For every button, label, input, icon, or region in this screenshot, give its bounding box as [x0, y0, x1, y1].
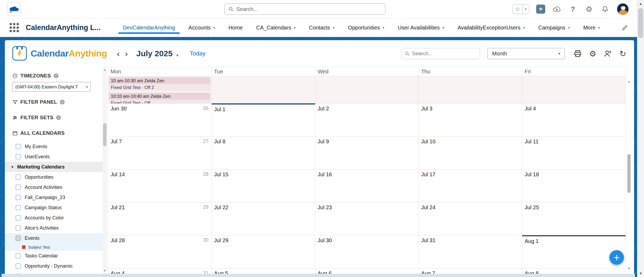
day-cell[interactable]: Jul 2830 [108, 235, 212, 268]
calendar-group-marketing-calendars[interactable]: ▾Marketing Calendars [5, 162, 106, 172]
day-cell[interactable]: Jul 16 [315, 169, 419, 202]
checkbox[interactable] [16, 185, 21, 190]
timezone-select[interactable]: (GMT-04:00) Eastern Daylight T ▾ [12, 82, 91, 92]
info-icon[interactable]: i [60, 100, 65, 104]
tab-opportunities[interactable]: Opportunities▾ [341, 18, 391, 37]
scroll-up-arrow-icon[interactable]: ▲ [637, 2, 644, 6]
day-cell[interactable]: Jun 3026 [108, 103, 212, 136]
caret-down-icon[interactable]: ▾ [10, 165, 14, 169]
notifications-bell-icon[interactable] [601, 5, 610, 14]
calendar-subitem-subject-test[interactable]: Subject Test [5, 243, 106, 251]
chevron-down-icon[interactable]: ▾ [294, 26, 296, 30]
print-icon[interactable] [573, 49, 583, 58]
calendar-item-opportunity-dynamic[interactable]: Opportunity - Dynamic [5, 261, 106, 271]
day-cell[interactable]: Jul 25 [522, 202, 626, 235]
day-cell[interactable]: Jul 1428 [108, 169, 212, 202]
info-icon[interactable]: i [56, 115, 61, 120]
tab-user-availabilities[interactable]: User Availabilities▾ [391, 18, 451, 37]
tab-more[interactable]: More▾ [577, 18, 607, 37]
favorites-control[interactable]: ☆ ▾ [513, 4, 529, 14]
chevron-down-icon[interactable]: ▾ [442, 26, 444, 30]
calendar-item-alices-activities[interactable]: Alice's Activities [5, 223, 106, 233]
calendar-item-accounts-by-color[interactable]: Accounts by Color [5, 213, 106, 223]
scroll-up-arrow-icon[interactable]: ▲ [627, 80, 631, 83]
day-cell[interactable]: Jul 11 [522, 136, 626, 169]
calendar-item-account-activities[interactable]: Account Activities [5, 182, 106, 192]
day-cell[interactable]: Jul 31 [419, 235, 522, 268]
checkbox[interactable] [16, 215, 21, 220]
current-month-label[interactable]: July 2025 [136, 49, 173, 58]
today-button[interactable]: Today [190, 50, 206, 57]
scroll-up-arrow-icon[interactable]: ▲ [103, 68, 107, 71]
filter-sets-header[interactable]: FILTER SETS i [5, 113, 106, 122]
calendar-item-tasks-calendar[interactable]: Tasks Calendar [5, 251, 106, 261]
day-cell-month-start[interactable]: Jul 1 [212, 103, 315, 136]
day-cell[interactable]: Jul 2 [315, 103, 419, 136]
tab-accounts[interactable]: Accounts▾ [182, 18, 222, 37]
favorites-caret-icon[interactable]: ▾ [522, 5, 529, 14]
user-avatar[interactable] [617, 3, 629, 15]
tab-availabilityexceptionusers[interactable]: AvailabilityExceptionUsers▾ [451, 18, 532, 37]
day-cell[interactable]: Jul 18 [522, 169, 626, 202]
checkbox[interactable] [16, 195, 21, 200]
chevron-down-icon[interactable]: ▾ [598, 26, 600, 30]
day-cell[interactable]: Jul 10 [419, 136, 522, 169]
day-cell[interactable]: Aug 6 [315, 268, 419, 274]
checkbox-partial[interactable] [16, 235, 21, 241]
upload-cloud-icon[interactable] [552, 5, 561, 14]
checkbox[interactable] [16, 225, 21, 231]
checkbox[interactable] [16, 144, 21, 149]
checkbox[interactable] [16, 263, 21, 269]
chevron-down-icon[interactable]: ▾ [213, 26, 215, 30]
sidebar-scrollbar-thumb[interactable] [103, 123, 107, 146]
salesforce-logo[interactable] [7, 2, 21, 16]
day-cell[interactable]: Aug 8 [522, 268, 626, 274]
browser-scrollbar[interactable]: ▲ ▼ [637, 0, 644, 277]
calendar-scrollbar-thumb[interactable] [627, 154, 631, 193]
tab-campaigns[interactable]: Campaigns▾ [532, 18, 577, 37]
tab-devcalendaranything[interactable]: DevCalendarAnything [116, 18, 182, 37]
settings-gear-icon[interactable]: ⚙ [588, 49, 598, 58]
calendar-search[interactable] [401, 48, 480, 59]
global-search-input[interactable] [236, 6, 381, 12]
day-cell[interactable]: Jul 3 [419, 103, 522, 136]
chevron-down-icon[interactable]: ▾ [523, 26, 525, 30]
calendar-search-input[interactable] [412, 51, 477, 57]
checkbox[interactable] [16, 205, 21, 210]
app-launcher-waffle-icon[interactable] [10, 23, 19, 32]
checkbox[interactable] [16, 154, 21, 159]
filter-panel-header[interactable]: FILTER PANEL i [5, 98, 106, 107]
day-cell[interactable]: Aug 5 [212, 268, 315, 274]
scroll-down-arrow-icon[interactable]: ▼ [627, 267, 631, 270]
day-cell[interactable]: Aug 7 [419, 268, 522, 274]
month-caret-icon[interactable]: ▾ [176, 53, 178, 58]
calendar-item-opportunities[interactable]: Opportunities [5, 172, 106, 182]
day-cell-month-start[interactable]: Aug 1 [522, 235, 626, 268]
share-user-icon[interactable] [603, 49, 613, 58]
chevron-down-icon[interactable]: ▾ [568, 26, 570, 30]
favorites-star-icon[interactable]: ☆ [513, 6, 522, 12]
setup-gear-icon[interactable]: ⚙ [584, 5, 594, 14]
day-cell[interactable]: Jul 22 [212, 202, 315, 235]
day-cell[interactable]: Jul 8 [212, 136, 315, 169]
day-cell[interactable]: Jul 4 [522, 103, 626, 136]
day-cell[interactable]: Jul 23 [315, 202, 419, 235]
checkbox[interactable] [16, 174, 21, 180]
day-cell[interactable]: Jul 30 [315, 235, 419, 268]
global-add-button[interactable]: + [536, 5, 545, 14]
checkbox[interactable] [16, 253, 21, 259]
calendar-item-campaign-status[interactable]: Campaign Status [5, 203, 106, 213]
day-cell[interactable]: Jul 727 [108, 136, 212, 169]
calendar-item-userevents[interactable]: UserEvents [5, 152, 106, 162]
calendar-item-fall-campaign-23[interactable]: Fall_Campaign_23 [5, 192, 106, 203]
chevron-down-icon[interactable]: ▾ [333, 26, 335, 30]
next-month-button[interactable]: › [122, 50, 130, 58]
day-cell[interactable]: Jul 2129 [108, 202, 212, 235]
all-calendars-header[interactable]: ALL CALENDARS [5, 129, 106, 138]
day-cell[interactable]: Jul 24 [419, 202, 522, 235]
tab-home[interactable]: Home [222, 18, 249, 37]
scroll-down-arrow-icon[interactable]: ▼ [103, 269, 107, 272]
tab-contacts[interactable]: Contacts▾ [302, 18, 341, 37]
help-icon[interactable]: ? [568, 5, 577, 14]
edit-nav-pencil-icon[interactable] [621, 18, 628, 37]
